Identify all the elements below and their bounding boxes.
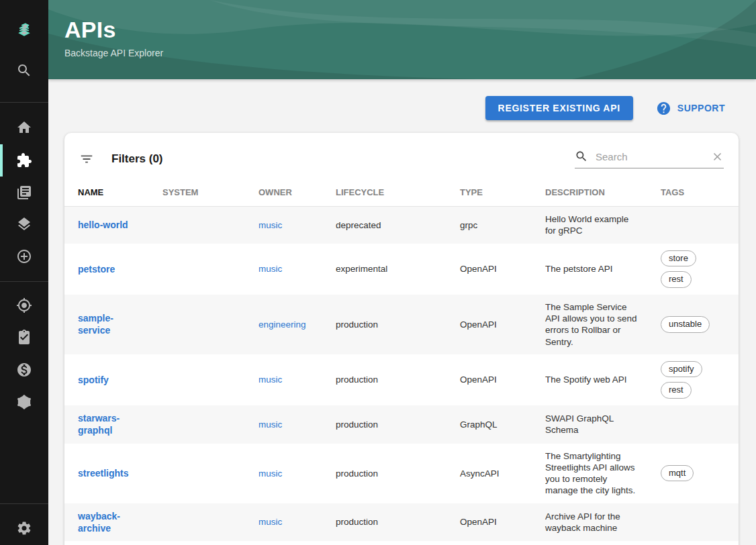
api-system-cell — [152, 405, 248, 444]
api-description-cell: Archive API for the wayback machine — [534, 503, 650, 542]
api-lifecycle-cell: production — [325, 444, 449, 503]
search-icon[interactable] — [0, 54, 48, 87]
column-header-lifecycle[interactable]: LIFECYCLE — [325, 181, 449, 207]
sidebar-item-home[interactable] — [0, 111, 48, 144]
api-name-link[interactable]: starwars-graphql — [78, 413, 120, 436]
sidebar-divider — [0, 102, 48, 103]
search-input[interactable] — [594, 150, 705, 163]
api-description-cell: SWAPI GraphQL Schema — [534, 405, 650, 444]
column-header-owner[interactable]: OWNER — [248, 181, 325, 207]
card-header: Filters (0) — [64, 133, 739, 181]
register-existing-api-button[interactable]: REGISTER EXISTING API — [485, 96, 633, 120]
api-owner-link[interactable]: music — [258, 517, 282, 527]
column-header-type[interactable]: TYPE — [449, 181, 534, 207]
api-owner-link[interactable]: music — [258, 419, 282, 430]
api-lifecycle-cell: production — [325, 295, 449, 354]
api-name-link[interactable]: hello-world — [78, 219, 128, 230]
actions-row: REGISTER EXISTING API SUPPORT — [48, 79, 756, 120]
library-books-icon — [16, 185, 32, 201]
api-name-link[interactable]: spotify — [78, 375, 109, 385]
api-name-link[interactable]: wayback-archive — [78, 511, 120, 534]
api-owner-link[interactable]: engineering — [258, 319, 306, 330]
backstage-logo-icon[interactable] — [0, 15, 48, 47]
layers-icon — [16, 216, 32, 232]
api-lifecycle-cell: experimental — [325, 244, 449, 295]
table-header-row: NAME SYSTEM OWNER LIFECYCLE TYPE DESCRIP… — [64, 181, 739, 207]
table-row: starwars-graphql music production GraphQ… — [64, 405, 739, 444]
clear-search-icon[interactable] — [711, 150, 724, 163]
api-description-cell: The Smartylighting Streetlights API allo… — [534, 444, 650, 503]
api-owner-link[interactable]: music — [258, 375, 282, 385]
column-header-system[interactable]: SYSTEM — [152, 181, 248, 207]
api-tags-cell: storerest — [661, 250, 728, 288]
api-type-cell: OpenAPI — [449, 244, 534, 295]
dollar-circle-icon — [16, 362, 32, 378]
api-lifecycle-cell: deprecated — [325, 207, 449, 244]
sidebar-item-docs[interactable] — [0, 177, 48, 209]
api-name-link[interactable]: petstore — [78, 264, 115, 275]
api-system-cell — [152, 354, 248, 405]
api-system-cell — [152, 295, 248, 354]
tag-chip: mqtt — [661, 465, 694, 482]
graphql-icon — [16, 394, 32, 410]
table-row: spotify music production OpenAPI The Spo… — [64, 354, 739, 405]
add-circle-icon — [16, 248, 32, 264]
api-name-link[interactable]: sample-service — [78, 313, 113, 336]
tag-chip: spotify — [661, 361, 702, 378]
sidebar — [0, 0, 48, 545]
sidebar-item-apis[interactable] — [0, 144, 48, 177]
api-tags-cell: unstable — [661, 316, 728, 333]
sidebar-item-create[interactable] — [0, 240, 48, 272]
api-lifecycle-cell: production — [325, 354, 449, 405]
api-lifecycle-cell: production — [325, 541, 449, 545]
api-table: NAME SYSTEM OWNER LIFECYCLE TYPE DESCRIP… — [64, 181, 739, 545]
api-table-card: Filters (0) NAME SYSTEM — [64, 133, 739, 545]
page-subtitle: Backstage API Explorer — [64, 48, 756, 58]
api-description-cell: Hello World example for gRPC — [534, 207, 650, 244]
tag-chip: rest — [661, 382, 692, 399]
sidebar-divider — [0, 281, 48, 282]
sidebar-item-tasks[interactable] — [0, 321, 48, 354]
api-lifecycle-cell: production — [325, 405, 449, 444]
table-row: wayback-search music production OpenAPI … — [64, 541, 739, 545]
search-icon — [575, 150, 588, 163]
table-row: hello-world music deprecated grpc Hello … — [64, 207, 739, 244]
column-header-tags[interactable]: TAGS — [650, 181, 739, 207]
api-description-cell: Search API for the wayback machine — [534, 541, 650, 545]
api-lifecycle-cell: production — [325, 503, 449, 542]
api-name-link[interactable]: streetlights — [78, 468, 128, 479]
filter-list-icon — [79, 152, 94, 166]
api-owner-link[interactable]: music — [258, 264, 282, 274]
settings-gear-icon — [16, 520, 32, 536]
api-type-cell: grpc — [449, 207, 534, 244]
api-tags-cell: spotifyrest — [661, 361, 728, 399]
sidebar-item-graphiql[interactable] — [0, 386, 48, 418]
table-row: petstore music experimental OpenAPI The … — [64, 244, 739, 295]
sidebar-item-settings[interactable] — [0, 512, 48, 544]
tag-chip: store — [661, 250, 696, 267]
column-header-description[interactable]: DESCRIPTION — [534, 181, 650, 207]
page-header: APIs Backstage API Explorer — [48, 0, 756, 79]
support-button[interactable]: SUPPORT — [652, 100, 729, 117]
column-header-name[interactable]: NAME — [64, 181, 152, 207]
tag-chip: rest — [661, 271, 692, 288]
api-owner-link[interactable]: music — [258, 220, 282, 230]
sidebar-item-cost-insights[interactable] — [0, 354, 48, 386]
sidebar-item-explore[interactable] — [0, 208, 48, 240]
extension-puzzle-icon — [16, 152, 32, 168]
api-type-cell: GraphQL — [449, 405, 534, 444]
tag-chip: unstable — [661, 316, 710, 333]
table-row: streetlights music production AsyncAPI T… — [64, 444, 739, 503]
api-description-cell: The Sample Service API allows you to sen… — [534, 295, 650, 354]
api-system-cell — [152, 541, 248, 545]
api-system-cell — [152, 207, 248, 244]
api-system-cell — [152, 244, 248, 295]
filters-label: Filters (0) — [111, 152, 163, 166]
api-system-cell — [152, 503, 248, 542]
api-description-cell: The petstore API — [534, 244, 650, 295]
api-type-cell: OpenAPI — [449, 354, 534, 405]
sidebar-item-tech-radar[interactable] — [0, 289, 48, 321]
help-icon — [656, 101, 671, 116]
api-type-cell: OpenAPI — [449, 295, 534, 354]
api-owner-link[interactable]: music — [258, 468, 282, 479]
